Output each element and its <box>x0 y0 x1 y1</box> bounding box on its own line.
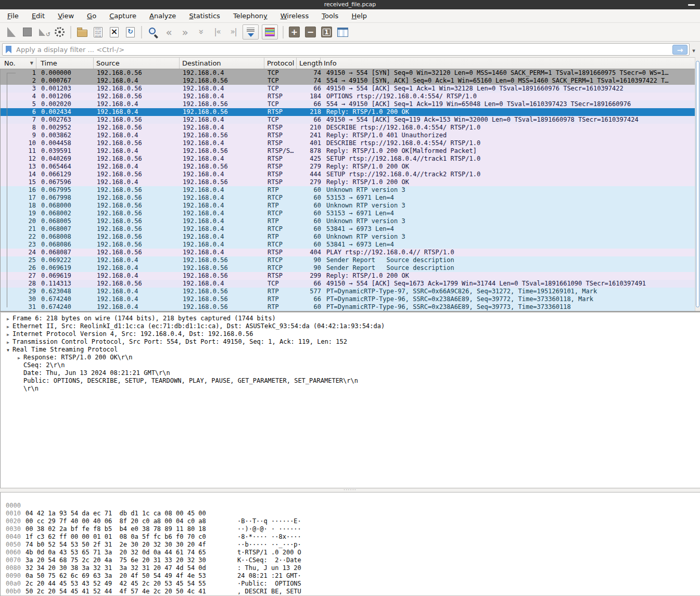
packet-row[interactable]: 25 0.069222 192.168.0.4 192.168.0.56 RTC… <box>1 256 695 264</box>
detail-line[interactable]: Ethernet II, Src: ReolinkI_d1:1c:ca (ec:… <box>1 322 700 330</box>
packet-row[interactable]: 9 0.003862 192.168.0.4 192.168.0.56 RTSP… <box>1 132 695 139</box>
go-forward-icon[interactable] <box>178 25 192 39</box>
packet-row[interactable]: 24 0.068087 192.168.0.56 192.168.0.4 RTS… <box>1 249 695 256</box>
menu-item[interactable]: Wireless <box>275 9 314 22</box>
reload-file-icon[interactable] <box>123 25 137 39</box>
detail-line[interactable]: Frame 6: 218 bytes on wire (1744 bits), … <box>1 315 700 322</box>
hex-row[interactable]: 0020 00 38 02 2a bf fe f8 b5 b4 e0 38 78… <box>1 510 700 517</box>
packet-row[interactable]: 11 0.039591 192.168.0.4 192.168.0.56 RTS… <box>1 147 695 155</box>
packet-row[interactable]: 17 0.067998 192.168.0.56 192.168.0.4 RTC… <box>1 194 695 202</box>
packet-row[interactable]: 18 0.068000 192.168.0.56 192.168.0.4 RTP… <box>1 202 695 210</box>
packet-row[interactable]: 20 0.068005 192.168.0.56 192.168.0.4 RTP… <box>1 217 695 225</box>
detail-line[interactable]: \r\n <box>1 385 700 393</box>
menu-item[interactable]: Tools <box>316 9 343 22</box>
go-first-packet-icon[interactable] <box>210 25 224 39</box>
open-file-icon[interactable] <box>75 25 89 39</box>
packet-row[interactable]: 19 0.068002 192.168.0.56 192.168.0.4 RTC… <box>1 210 695 217</box>
packet-row[interactable]: 4 0.001206 192.168.0.56 192.168.0.4 RTSP… <box>1 93 695 100</box>
colorize-packets-icon[interactable] <box>262 24 278 40</box>
packet-row[interactable]: 29 0.623048 192.168.0.4 192.168.0.56 RTP… <box>1 288 695 295</box>
menu-item[interactable]: Telephony <box>228 9 273 22</box>
hex-row[interactable]: 0090 2c 20 44 45 53 43 52 49 42 45 2c 20… <box>1 564 700 572</box>
display-filter-input[interactable] <box>15 45 672 54</box>
expand-arrow-icon[interactable] <box>4 338 12 346</box>
expand-arrow-icon[interactable] <box>15 377 23 385</box>
column-header[interactable]: Protocol▼ <box>264 58 297 69</box>
filter-dropdown-caret-icon[interactable] <box>690 45 698 55</box>
capture-options-icon[interactable] <box>53 25 67 39</box>
packet-row[interactable]: 3 0.001203 192.168.0.56 192.168.0.4 TCP … <box>1 85 695 93</box>
hex-row[interactable]: 0050 4b 0d 0a 43 53 65 71 3a 20 32 0d 0a… <box>1 533 700 541</box>
packet-row[interactable]: 8 0.002952 192.168.0.56 192.168.0.4 RTSP… <box>1 124 695 132</box>
packet-row[interactable]: 23 0.068086 192.168.0.56 192.168.0.4 RTC… <box>1 241 695 249</box>
minimize-button[interactable] <box>688 4 695 6</box>
packet-row[interactable]: 15 0.067596 192.168.0.4 192.168.0.56 RTS… <box>1 178 695 186</box>
packet-row[interactable]: 22 0.068008 192.168.0.56 192.168.0.4 RTP… <box>1 233 695 241</box>
expand-arrow-icon[interactable] <box>15 369 23 377</box>
hex-row[interactable]: 0040 74 b0 52 54 53 50 2f 31 2e 30 20 32… <box>1 525 700 533</box>
packet-row[interactable]: 28 0.114313 192.168.0.56 192.168.0.4 TCP… <box>1 280 695 288</box>
column-header[interactable]: No.▼ <box>0 58 36 69</box>
packet-row[interactable]: 6 0.002434 192.168.0.4 192.168.0.56 RTSP… <box>1 108 695 116</box>
hex-row[interactable]: 00b0 59 2c 20 50 41 55 53 45 2c 20 47 45… <box>1 580 700 588</box>
detail-line[interactable]: Public: OPTIONS, DESCRIBE, SETUP, TEARDO… <box>1 377 700 385</box>
packet-row[interactable]: 1 0.000000 192.168.0.56 192.168.0.4 TCP … <box>1 69 695 77</box>
expand-arrow-icon[interactable] <box>4 346 12 354</box>
packet-row[interactable]: 31 0.674240 192.168.0.4 192.168.0.56 RTP… <box>1 303 695 311</box>
packet-row[interactable]: 5 0.002020 192.168.0.4 192.168.0.56 TCP … <box>1 100 695 108</box>
expand-arrow-icon[interactable] <box>4 330 12 338</box>
packet-row[interactable]: 2 0.000767 192.168.0.4 192.168.0.56 TCP … <box>1 77 695 85</box>
menu-item[interactable]: Capture <box>104 9 142 22</box>
save-file-icon[interactable] <box>91 25 105 39</box>
menu-item[interactable]: Edit <box>27 9 50 22</box>
packet-row[interactable]: 16 0.067995 192.168.0.56 192.168.0.4 RTP… <box>1 186 695 194</box>
stop-capture-icon[interactable] <box>20 25 34 39</box>
vertical-scrollbar[interactable] <box>695 57 700 311</box>
detail-line[interactable]: CSeq: 2\r\n <box>1 361 700 369</box>
hex-row[interactable]: 00c0 52 41 4d 45 54 45 52 2c 20 53 45 54… <box>1 588 700 595</box>
packet-row[interactable]: 13 0.065464 192.168.0.4 192.168.0.56 RTS… <box>1 163 695 171</box>
detail-line[interactable]: Response: RTSP/1.0 200 OK\r\n <box>1 354 700 361</box>
go-to-packet-icon[interactable] <box>194 25 208 39</box>
packet-row[interactable]: 7 0.002763 192.168.0.56 192.168.0.4 TCP … <box>1 116 695 124</box>
zoom-out-icon[interactable] <box>303 25 317 39</box>
column-header[interactable]: Length▼ <box>297 58 321 69</box>
go-back-icon[interactable] <box>162 25 176 39</box>
packet-row[interactable]: 30 0.674240 192.168.0.4 192.168.0.56 RTP… <box>1 295 695 303</box>
expand-arrow-icon[interactable] <box>15 385 23 393</box>
zoom-in-icon[interactable] <box>287 25 301 39</box>
hex-row[interactable]: 0000 04 42 1a 93 54 da ec 71 db d1 1c ca… <box>1 494 700 502</box>
apply-filter-button[interactable] <box>672 45 688 55</box>
detail-line[interactable]: Transmission Control Protocol, Src Port:… <box>1 338 700 346</box>
column-header[interactable]: Source▼ <box>94 58 180 69</box>
detail-line[interactable]: Internet Protocol Version 4, Src: 192.16… <box>1 330 700 338</box>
menu-item[interactable]: Analyze <box>144 9 181 22</box>
hex-row[interactable]: 0030 1f c3 62 ff 00 00 01 01 08 0a 5f fc… <box>1 517 700 525</box>
column-header[interactable]: Destination▼ <box>180 58 264 69</box>
packet-row[interactable]: 27 0.069619 192.168.0.4 192.168.0.56 RTS… <box>1 272 695 280</box>
filter-bookmark-icon[interactable] <box>6 46 11 54</box>
packet-row[interactable]: 21 0.068007 192.168.0.56 192.168.0.4 RTC… <box>1 225 695 233</box>
packet-row[interactable]: 10 0.004458 192.168.0.56 192.168.0.4 RTS… <box>1 139 695 147</box>
column-header[interactable]: Time▼ <box>36 58 94 69</box>
go-last-packet-icon[interactable] <box>226 25 240 39</box>
auto-scroll-toggle-icon[interactable] <box>243 24 259 40</box>
start-capture-icon[interactable] <box>4 25 18 39</box>
expand-arrow-icon[interactable] <box>4 322 12 330</box>
find-packet-icon[interactable] <box>146 25 160 39</box>
restart-capture-icon[interactable] <box>36 25 50 39</box>
menu-item[interactable]: Help <box>346 9 372 22</box>
zoom-100-icon[interactable] <box>320 25 334 39</box>
resize-columns-icon[interactable] <box>336 25 350 39</box>
hex-row[interactable]: 0060 3a 20 54 68 75 2c 20 4a 75 6e 20 31… <box>1 541 700 549</box>
expand-arrow-icon[interactable] <box>15 361 23 369</box>
expand-arrow-icon[interactable] <box>15 354 23 361</box>
column-header[interactable]: Info▼ <box>321 58 695 69</box>
hex-row[interactable]: 00a0 50 2c 20 54 45 41 52 44 4f 57 4e 2c… <box>1 572 700 580</box>
pane-splitter-bottom[interactable] <box>0 488 700 493</box>
scrollbar-thumb[interactable] <box>696 61 699 307</box>
detail-line[interactable]: Date: Thu, Jun 13 2024 08:21:21 GMT\r\n <box>1 369 700 377</box>
menu-item[interactable]: View <box>53 9 79 22</box>
hex-row[interactable]: 0070 32 34 20 30 38 3a 32 31 3a 32 31 20… <box>1 549 700 556</box>
packet-row[interactable]: 26 0.069619 192.168.0.4 192.168.0.56 RTC… <box>1 264 695 272</box>
